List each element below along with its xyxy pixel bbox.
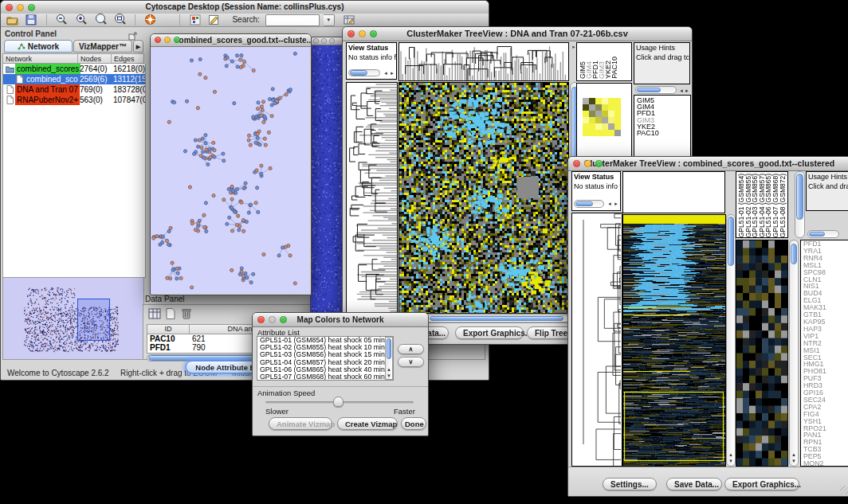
minimize-button[interactable] [17,4,24,11]
matrix-cell[interactable] [583,98,589,104]
scroll-right-icon[interactable]: ▸ [389,70,395,76]
vizmap-icon-button[interactable] [187,14,203,27]
annotation-icon-button[interactable] [206,14,222,27]
zoom-in-button[interactable] [73,14,89,26]
row-dendrogram-panel[interactable] [346,82,398,314]
close-button[interactable] [155,37,161,43]
minimize-button[interactable] [584,160,591,167]
search-input[interactable] [265,14,320,26]
matrix-cell[interactable] [614,130,621,136]
matrix-cell[interactable] [608,104,614,111]
scroll-left-icon[interactable]: ◂ [383,70,389,76]
scroll-thumb[interactable] [809,232,825,236]
minimize-button[interactable] [321,38,327,44]
scroll-thumb[interactable] [575,201,593,206]
close-button[interactable] [313,38,319,44]
matrix-cell[interactable] [583,117,589,123]
close-button[interactable] [347,30,355,37]
dialog-titlebar[interactable]: Map Colors to Network [253,313,428,327]
tab-overflow-button[interactable]: ▶ [133,40,143,53]
zoom-fit-button[interactable] [92,14,108,26]
matrix-cell[interactable] [608,111,614,117]
matrix-cell[interactable] [589,123,595,130]
scroll-up-icon[interactable]: ▴ [791,451,797,458]
matrix-cell[interactable] [589,98,595,104]
minimize-button[interactable] [164,37,171,43]
usage-hints-hscrollbar[interactable] [635,86,677,94]
matrix-cell[interactable] [602,117,608,123]
export-graphics-button[interactable]: Export Graphics... [724,478,799,490]
row-dendrogram-canvas[interactable] [347,83,397,313]
zoom-button[interactable] [280,316,287,323]
column-dendrogram-canvas[interactable] [399,43,568,80]
zoom-selected-button[interactable] [112,14,128,26]
scroll-thumb[interactable] [387,338,391,359]
correlation-matrix[interactable] [583,98,621,136]
heatmap-canvas[interactable] [399,83,568,313]
labels-vscrollbar[interactable] [795,171,805,238]
scroll-thumb[interactable] [350,70,367,76]
matrix-cell[interactable] [602,104,608,111]
minimize-button[interactable] [359,30,366,37]
zoom-button[interactable] [370,30,377,37]
tab-vizmapper[interactable]: VizMapper™ [73,40,132,53]
matrix-cell[interactable] [614,98,621,104]
column-label[interactable]: GPL51-08 (GSM872) [779,174,787,237]
animate-vizmap-button[interactable]: Animate Vizmap [269,417,332,430]
heatmap-zoom-panel[interactable] [736,240,788,467]
gene-list-vscrollbar[interactable]: ▴ ▾ [789,240,799,467]
scroll-up-icon[interactable]: ▴ [728,451,734,458]
attribute-item[interactable]: GPL51-07 (GSM868) heat shock 60 min [257,373,393,381]
scroll-thumb[interactable] [637,88,661,92]
column-label[interactable]: PAC10 [611,57,618,79]
table-mode-icon[interactable] [148,308,161,322]
scroll-thumb[interactable] [791,244,797,264]
speed-slider-thumb[interactable] [333,397,344,407]
create-vizmap-button[interactable]: Create Vizmap [337,417,398,430]
matrix-cell[interactable] [589,117,595,123]
col-edges[interactable]: Edges [112,54,143,63]
settings-button[interactable]: Settings... [603,478,657,490]
scroll-down-icon[interactable]: ▾ [791,458,797,464]
column-dendrogram-panel[interactable] [622,171,725,213]
scroll-down-icon[interactable]: ▾ [386,373,392,379]
export-graphics-button[interactable]: Export Graphics... [455,326,524,339]
matrix-cell[interactable] [589,111,595,117]
attribute-list-vscrollbar[interactable]: ▴ ▾ [385,337,393,380]
gene-name[interactable]: PAC10 [637,130,690,136]
matrix-cell[interactable] [589,104,595,111]
usage-hints-hscrollbar[interactable] [807,230,839,238]
help-lifering-icon[interactable] [143,14,159,26]
row-dendrogram-panel[interactable] [571,213,622,467]
matrix-cell[interactable] [589,130,595,136]
birdseye-view[interactable] [2,277,144,360]
gene-name[interactable]: MON2 [801,460,848,467]
col-id[interactable]: ID [147,325,190,334]
network-row[interactable]: RNAPuberNov2+ 563(0) 107847(0) [3,95,145,105]
zoom-button[interactable] [595,160,603,167]
matrix-cell[interactable] [602,130,608,136]
view-status-scrollbar[interactable] [574,200,604,208]
save-button[interactable] [23,14,39,27]
matrix-cell[interactable] [583,111,589,117]
new-attribute-icon[interactable] [165,308,176,322]
network-canvas[interactable] [151,47,309,294]
matrix-cell[interactable] [595,130,602,136]
matrix-cell[interactable] [608,130,614,136]
network-row[interactable]: combined_sco 2569(6) 13112(15) [3,74,145,84]
matrix-cell[interactable] [602,123,608,130]
scroll-down-icon[interactable]: ▾ [728,458,734,464]
matrix-cell[interactable] [614,104,621,111]
matrix-cell[interactable] [602,98,608,104]
save-data-button[interactable]: Save Data... [666,478,722,490]
matrix-cell[interactable] [595,123,602,130]
matrix-cell[interactable] [595,98,602,104]
minimize-button[interactable] [269,316,276,323]
heatmap-global-panel[interactable] [622,214,726,467]
matrix-cell[interactable] [608,117,614,123]
scroll-thumb[interactable] [430,316,563,321]
zoom-button[interactable] [28,4,35,11]
scroll-up-icon[interactable]: ▴ [386,366,392,373]
matrix-cell[interactable] [614,111,621,117]
scroll-left-icon[interactable]: ◂ [607,201,613,207]
